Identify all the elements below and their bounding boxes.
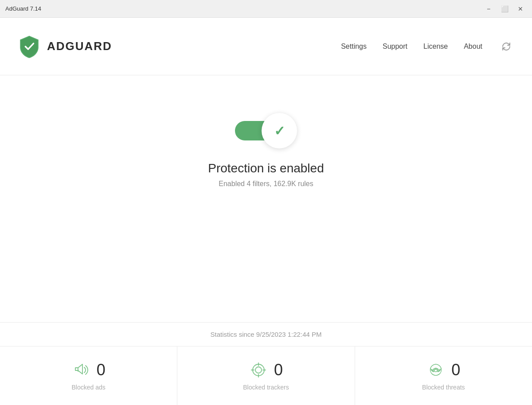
close-button[interactable]: ✕ [514,3,527,15]
stat-blocked-threats: 0 Blocked threats [355,347,532,405]
refresh-icon [501,41,512,52]
protection-toggle-area: ✓ [235,111,297,151]
check-icon: ✓ [274,123,285,139]
stats-section: Statistics since 9/25/2023 1:22:44 PM [0,322,532,405]
window-controls: − ⬜ ✕ [482,3,527,15]
nav-settings[interactable]: Settings [341,43,367,51]
stat-blocked-ads: 0 Blocked ads [0,347,177,405]
blocked-trackers-icon [249,361,268,379]
blocked-ads-icon [72,361,90,379]
protection-title: Protection is enabled [208,161,324,175]
main-content: ✓ Protection is enabled Enabled 4 filter… [0,75,532,405]
nav-license[interactable]: License [423,43,448,51]
svg-point-0 [253,364,264,376]
adguard-logo-icon [18,35,41,58]
stats-date: Statistics since 9/25/2023 1:22:44 PM [0,322,532,346]
protection-subtitle: Enabled 4 filters, 162.9K rules [219,180,313,188]
blocked-ads-label: Blocked ads [72,384,106,391]
app-title: AdGuard 7.14 [5,5,41,12]
stat-blocked-threats-row: 0 [426,361,460,379]
stat-blocked-trackers-row: 0 [249,361,283,379]
blocked-threats-icon [426,361,445,379]
refresh-button[interactable] [498,39,514,55]
nav-about[interactable]: About [464,43,482,51]
nav-menu: Settings Support License About [341,39,514,55]
toggle-thumb[interactable]: ✓ [262,113,297,148]
header: ADGUARD Settings Support License About [0,18,532,75]
minimize-button[interactable]: − [482,3,495,15]
blocked-ads-count: 0 [97,361,106,379]
stat-blocked-trackers: 0 Blocked trackers [177,347,355,405]
blocked-threats-count: 0 [451,361,460,379]
titlebar: AdGuard 7.14 − ⬜ ✕ [0,0,532,18]
blocked-threats-label: Blocked threats [422,384,465,391]
svg-point-1 [255,367,262,373]
logo: ADGUARD [18,35,112,58]
blocked-trackers-count: 0 [274,361,283,379]
maximize-button[interactable]: ⬜ [498,3,511,15]
stat-blocked-ads-row: 0 [72,361,106,379]
blocked-trackers-label: Blocked trackers [243,384,289,391]
logo-text: ADGUARD [47,39,112,53]
stats-grid: 0 Blocked ads [0,346,532,405]
nav-support[interactable]: Support [383,43,407,51]
